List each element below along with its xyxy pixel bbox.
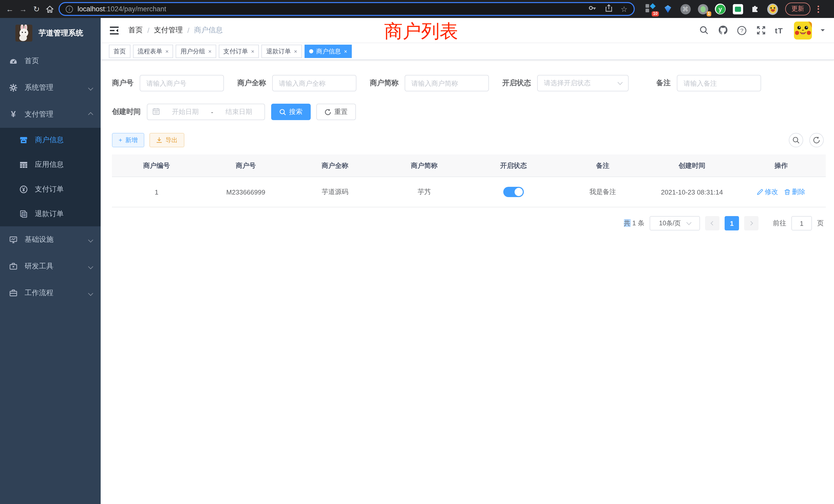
chevron-down-icon	[88, 237, 93, 242]
url-text[interactable]: localhost:1024/pay/merchant	[78, 5, 588, 13]
sidebar-collapse-icon[interactable]	[109, 25, 119, 36]
sidebar-item-label: 支付管理	[25, 110, 89, 119]
profile-avatar-icon[interactable]	[767, 4, 778, 14]
refresh-button[interactable]	[809, 133, 824, 147]
sidebar-item-system[interactable]: 系统管理	[0, 74, 101, 101]
search-button[interactable]: 搜索	[271, 104, 311, 120]
documents-icon	[20, 210, 28, 218]
url-path: :1024/pay/merchant	[105, 5, 167, 13]
merchant-no-input[interactable]	[140, 75, 224, 91]
avatar-dropdown-icon[interactable]	[821, 29, 825, 33]
dashboard-icon	[9, 57, 18, 65]
sidebar-item-devtools[interactable]: 研发工具	[0, 253, 101, 280]
merchant-shortname-input[interactable]	[405, 75, 489, 91]
merchant-fullname-input[interactable]	[272, 75, 356, 91]
sidebar-item-refund-order[interactable]: 退款订单	[0, 202, 101, 226]
chrome-update-button[interactable]: 更新	[785, 3, 810, 16]
tab-merchant-info[interactable]: 商户信息×	[305, 45, 352, 58]
sidebar-item-label: 研发工具	[25, 262, 89, 271]
browser-back-icon[interactable]: ←	[3, 2, 17, 16]
page-unit-label: 页	[817, 219, 824, 228]
tab-home[interactable]: 首页	[109, 45, 130, 58]
breadcrumb-pay[interactable]: 支付管理	[154, 26, 183, 35]
status-toggle[interactable]	[503, 187, 524, 197]
sidebar-item-home[interactable]: 首页	[0, 48, 101, 74]
sidebar: 芋道管理系统 首页 系统管理 ¥ 支付管理	[0, 18, 101, 504]
browser-home-icon[interactable]	[43, 2, 57, 16]
cell-merchant-no: M233666999	[201, 188, 291, 196]
user-avatar[interactable]	[794, 21, 812, 39]
sidebar-item-app-info[interactable]: 应用信息	[0, 153, 101, 177]
cell-create-time: 2021-10-23 08:31:14	[647, 188, 737, 196]
sidebar-logo[interactable]: 芋道管理系统	[0, 18, 101, 48]
sidebar-item-merchant-info[interactable]: 商户信息	[0, 128, 101, 153]
close-icon[interactable]: ×	[166, 48, 169, 54]
fullscreen-icon[interactable]	[756, 25, 766, 36]
extension-command-icon[interactable]: ⌘	[680, 4, 691, 14]
header-search-icon[interactable]	[699, 25, 709, 36]
sidebar-item-pay[interactable]: ¥ 支付管理	[0, 101, 101, 128]
sidebar-item-label: 工作流程	[25, 289, 89, 298]
password-key-icon[interactable]	[588, 4, 596, 14]
browser-menu-icon[interactable]	[815, 4, 821, 14]
tags-view-bar: 首页 流程表单× 用户分组× 支付订单× 退款订单× 商户信息×	[101, 43, 834, 60]
extension-youdao-icon[interactable]: y	[715, 4, 726, 14]
share-icon[interactable]	[605, 4, 612, 14]
prev-page-button[interactable]	[705, 216, 720, 230]
github-icon[interactable]	[718, 25, 728, 36]
export-button[interactable]: 导出	[150, 133, 184, 147]
page-size-select[interactable]: 10条/页	[650, 216, 700, 230]
breadcrumb-home[interactable]: 首页	[128, 26, 143, 35]
reset-button[interactable]: 重置	[316, 104, 356, 120]
extension-record-icon[interactable]: 1	[697, 4, 708, 14]
topbar: 首页 / 支付管理 / 商户信息 ?	[101, 18, 834, 43]
tab-pay-order[interactable]: 支付订单×	[219, 45, 259, 58]
delete-button[interactable]: 删除	[784, 187, 805, 197]
sidebar-submenu-pay: 商户信息 应用信息 支付订单	[0, 128, 101, 226]
merchant-table: 商户编号 商户号 商户全称 商户简称 开启状态 备注 创建时间 操作 1 M23…	[112, 155, 826, 207]
table-grid-icon	[20, 161, 28, 169]
tab-user-group[interactable]: 用户分组×	[176, 45, 216, 58]
sidebar-item-workflow[interactable]: 工作流程	[0, 280, 101, 306]
edit-button[interactable]: 修改	[757, 187, 778, 197]
table-header-row: 商户编号 商户号 商户全称 商户简称 开启状态 备注 创建时间 操作	[112, 155, 826, 177]
browser-reload-icon[interactable]: ↻	[30, 2, 43, 16]
url-bar[interactable]: i localhost:1024/pay/merchant ☆	[59, 2, 635, 16]
current-page[interactable]: 1	[725, 216, 739, 230]
next-page-button[interactable]	[744, 216, 759, 230]
extension-gem-icon[interactable]	[662, 4, 673, 14]
goto-label: 前往	[773, 219, 786, 228]
col-merchant-id: 商户编号	[112, 161, 201, 170]
status-select[interactable]: 请选择开启状态	[537, 75, 629, 91]
sidebar-item-label: 应用信息	[35, 160, 92, 169]
extensions-puzzle-icon[interactable]	[750, 4, 761, 14]
briefcase-icon	[9, 289, 18, 297]
sidebar-item-pay-order[interactable]: 支付订单	[0, 177, 101, 202]
extension-grid-icon[interactable]: 10	[645, 4, 656, 14]
sidebar-item-infra[interactable]: 基础设施	[0, 226, 101, 253]
close-icon[interactable]: ×	[208, 48, 212, 54]
add-button[interactable]: + 新增	[112, 133, 144, 147]
extension-chat-icon[interactable]	[732, 4, 743, 14]
help-icon[interactable]: ?	[737, 25, 747, 36]
browser-forward-icon[interactable]: →	[17, 2, 30, 16]
sidebar-item-label: 系统管理	[25, 83, 89, 92]
status-label: 开启状态	[502, 78, 531, 88]
goto-page-input[interactable]	[791, 216, 812, 230]
tab-refund-order[interactable]: 退款订单×	[262, 45, 302, 58]
sidebar-item-label: 首页	[25, 56, 92, 66]
close-icon[interactable]: ×	[344, 48, 347, 54]
sidebar-item-label: 商户信息	[35, 136, 92, 145]
table-row: 1 M233666999 芋道源码 芋艿 我是备注 2021-10-23 08:…	[112, 177, 826, 207]
create-time-range-picker[interactable]: 开始日期 - 结束日期	[147, 104, 265, 120]
close-icon[interactable]: ×	[294, 48, 297, 54]
close-icon[interactable]: ×	[251, 48, 255, 54]
bookmark-star-icon[interactable]: ☆	[621, 4, 628, 14]
font-size-icon[interactable]: tT	[775, 26, 783, 35]
remark-input[interactable]	[677, 75, 761, 91]
page-info-icon[interactable]: i	[66, 5, 73, 13]
col-remark: 备注	[558, 161, 648, 170]
page-content: 商户号 商户全称 商户简称 开启状态 请选择开启状态	[101, 60, 834, 504]
tab-process-form[interactable]: 流程表单×	[133, 45, 173, 58]
show-search-button[interactable]	[789, 133, 803, 147]
